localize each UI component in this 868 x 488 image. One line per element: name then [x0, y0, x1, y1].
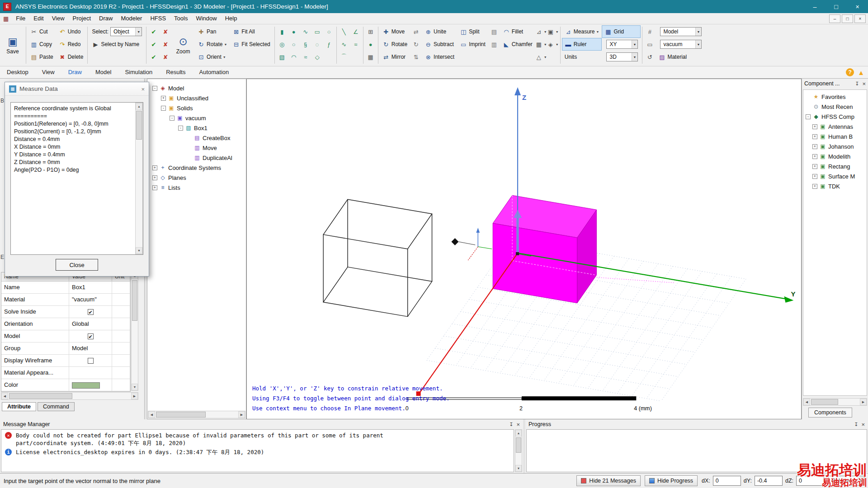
tree-horizontal-scrollbar[interactable]	[148, 411, 245, 418]
scrollbar-thumb[interactable]	[156, 412, 206, 418]
tab-model[interactable]: Model	[89, 66, 118, 78]
toolbar-button-draw-box[interactable]: ▧	[276, 51, 288, 63]
tree-expander[interactable]: +	[161, 96, 166, 101]
tree-item-human-b[interactable]: +▣Human B	[803, 131, 867, 141]
toolbar-button-duplicate-along-line[interactable]: ⇄	[410, 25, 422, 38]
toolbar-button-cut[interactable]: ✂Cut	[28, 25, 56, 38]
tree-expander[interactable]: +	[812, 164, 817, 169]
toolbar-button-intersect[interactable]: ⊗Intersect	[422, 51, 457, 63]
tree-item-surface-m[interactable]: +▣Surface M	[803, 171, 867, 181]
tree-item-lists[interactable]: +≡Lists	[148, 183, 245, 192]
tree-item-rectang[interactable]: +▣Rectang	[803, 161, 867, 171]
tree-expander[interactable]: -	[152, 86, 157, 91]
combo-select-type-combo[interactable]: Object▼	[110, 27, 142, 36]
toolbar-button-draw-polyline[interactable]: ∠	[350, 25, 362, 38]
scrollbar-thumb[interactable]	[516, 437, 521, 453]
toolbar-button-redo[interactable]: ↷Redo	[56, 38, 86, 51]
coordinate-input-dy[interactable]: -0.4	[755, 476, 783, 486]
toolbar-button-create-point[interactable]: ●	[365, 38, 377, 51]
scroll-up-icon[interactable]	[515, 430, 522, 436]
property-value[interactable]	[69, 355, 112, 367]
property-value[interactable]: Model	[69, 343, 112, 355]
color-swatch[interactable]	[72, 382, 100, 389]
message-vertical-scrollbar[interactable]	[515, 429, 522, 472]
toolbar-button-paste[interactable]: ▤Paste	[28, 51, 56, 63]
tree-expander[interactable]: +	[152, 185, 157, 190]
scroll-down-icon[interactable]	[515, 465, 522, 472]
tree-item-antennas[interactable]: +▣Antennas	[803, 122, 867, 131]
properties-horizontal-scrollbar[interactable]	[1, 392, 138, 400]
tree-item-most-recen[interactable]: ⊙Most Recen	[803, 102, 867, 112]
menu-hfss[interactable]: HFSS	[146, 13, 170, 24]
toolbar-button-draw-rectangle[interactable]: ▭	[311, 25, 323, 38]
menu-modeler[interactable]: Modeler	[117, 13, 146, 24]
tree-item-box1[interactable]: -▧Box1	[148, 123, 245, 133]
close-icon[interactable]	[862, 80, 866, 87]
menu-view[interactable]: View	[48, 13, 69, 24]
tree-expander[interactable]: +	[812, 134, 817, 139]
property-value[interactable]: Box1	[69, 282, 112, 294]
toolbar-button-cs-options[interactable]: △▼	[535, 51, 547, 63]
toolbar-button-draw-cylinder[interactable]: ▮	[276, 25, 288, 38]
property-value[interactable]	[69, 379, 112, 391]
tab-simulation[interactable]: Simulation	[118, 66, 159, 78]
scroll-left-icon[interactable]	[803, 399, 810, 405]
box1-object[interactable]	[493, 195, 596, 303]
properties-vertical-scrollbar[interactable]	[131, 272, 138, 391]
tree-item-model[interactable]: -◈Model	[148, 83, 245, 93]
toolbar-button-thicken-sheet[interactable]: ▤	[488, 25, 500, 38]
toolbar-button-duplicate-around-axis[interactable]: ↻	[410, 38, 422, 51]
mdi-close-button[interactable]: ×	[854, 14, 866, 23]
toolbar-button-grid[interactable]: ▦Grid	[602, 25, 641, 38]
coordinate-input-dz[interactable]: 0	[796, 476, 824, 486]
toolbar-button-unite[interactable]: ⊕Unite	[422, 25, 457, 38]
toolbar-button-draw-line[interactable]: ╲	[338, 25, 350, 38]
toolbar-button-invalidate-1[interactable]: ✘	[160, 25, 171, 38]
pin-icon[interactable]	[854, 422, 858, 427]
close-icon[interactable]	[861, 421, 865, 428]
mdi-minimize-button[interactable]: –	[829, 14, 840, 23]
close-button[interactable]: ×	[847, 0, 868, 13]
tree-expander[interactable]: +	[152, 175, 157, 180]
combo-movement-mode-combo[interactable]: 3D▼	[606, 52, 638, 61]
scroll-left-icon[interactable]	[148, 411, 155, 418]
tree-item-createbox[interactable]: ▤CreateBox	[148, 133, 245, 143]
menu-draw[interactable]: Draw	[95, 13, 117, 24]
scrollbar-thumb[interactable]	[9, 393, 72, 399]
toolbar-button-grid-settings[interactable]: #	[644, 25, 656, 38]
close-icon[interactable]	[141, 85, 145, 93]
menu-help[interactable]: Help	[221, 13, 241, 24]
toolbar-button-zoom[interactable]: ⊙Zoom	[171, 25, 195, 65]
toolbar-button-draw-spiral[interactable]: §	[300, 38, 311, 51]
toolbar-button-draw-equation-curve[interactable]: ƒ	[323, 38, 335, 51]
tab-automation[interactable]: Automation	[192, 66, 236, 78]
maximize-button[interactable]: □	[826, 0, 847, 13]
tree-expander[interactable]: +	[812, 154, 817, 159]
toolbar-button-draw-circle-3d[interactable]: ○	[288, 38, 300, 51]
checkbox[interactable]: ✔	[88, 309, 94, 315]
toolbar-button-wrap-sheet[interactable]: ▥	[488, 38, 500, 51]
scroll-right-icon[interactable]	[238, 411, 245, 418]
tree-expander[interactable]: +	[152, 165, 157, 170]
combo-drawing-plane-combo[interactable]: XY▼	[606, 40, 638, 49]
coordinate-input-dx[interactable]: 0	[713, 476, 741, 486]
toolbar-button-save[interactable]: ▣Save	[1, 25, 24, 65]
toolbar-button-delete[interactable]: ✖Delete	[56, 51, 86, 63]
pin-icon[interactable]	[509, 422, 513, 427]
toolbar-button-validate-3[interactable]: ✔	[148, 51, 160, 63]
tree-expander[interactable]: +	[812, 124, 817, 129]
toolbar-button-move[interactable]: ✚Move	[380, 25, 410, 38]
scroll-right-icon[interactable]	[860, 399, 867, 405]
property-value[interactable]	[69, 367, 112, 379]
toolbar-button-default-material-combo[interactable]: vacuum▼	[656, 38, 704, 51]
property-value[interactable]: ✔	[69, 330, 112, 343]
tree-expander[interactable]: +	[812, 144, 817, 149]
property-value[interactable]: "vacuum"	[69, 294, 112, 306]
tree-item-modelith[interactable]: +▣Modelith	[803, 151, 867, 161]
toolbar-button-draw-arc[interactable]: ⌒	[338, 51, 350, 63]
menu-file[interactable]: File	[12, 13, 29, 24]
toolbar-button-create-face-cs[interactable]: ▦	[365, 51, 377, 63]
toolbar-button-invalidate-2[interactable]: ✘	[160, 38, 171, 51]
toolbar-button-chamfer[interactable]: ◣Chamfer	[500, 38, 535, 51]
toolbar-button-ruler[interactable]: ▬Ruler	[562, 38, 602, 51]
